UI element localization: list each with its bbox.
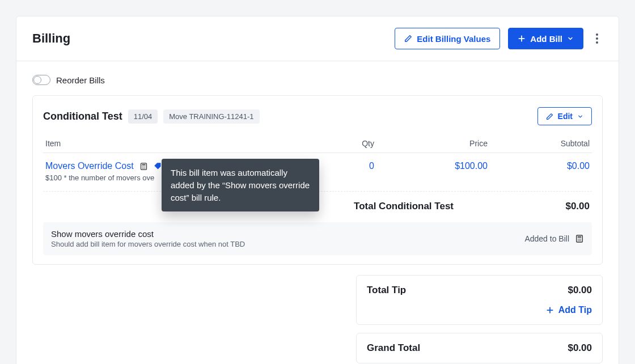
overflow-menu-button[interactable]: [591, 30, 603, 47]
col-qty: Qty: [323, 139, 374, 148]
svg-rect-11: [578, 236, 582, 238]
svg-point-5: [143, 166, 144, 167]
col-price: Price: [374, 139, 488, 148]
bill-date-chip: 11/04: [128, 109, 158, 124]
bill-table-header: Item Qty Price Subtotal: [43, 134, 592, 153]
add-tip-button[interactable]: Add Tip: [546, 305, 592, 315]
bill-rule-row: Show movers override cost Should add bil…: [43, 222, 592, 255]
bill-item-qty[interactable]: 0: [323, 161, 374, 171]
tip-label: Total Tip: [367, 285, 406, 296]
svg-point-7: [142, 167, 143, 168]
plus-icon: [518, 35, 526, 43]
bill-item-tooltip: This bill item was automatically added b…: [162, 159, 319, 211]
edit-billing-values-button[interactable]: Edit Billing Values: [395, 28, 500, 49]
bill-item-subtotal: $0.00: [488, 161, 590, 171]
reorder-bills-toggle[interactable]: [32, 75, 50, 85]
edit-bill-label: Edit: [558, 112, 573, 121]
svg-point-14: [581, 239, 582, 240]
pencil-icon: [404, 35, 412, 43]
reorder-bills-label: Reorder Bills: [56, 75, 105, 85]
svg-rect-3: [142, 164, 145, 165]
add-tip-label: Add Tip: [558, 305, 592, 315]
header-actions: Edit Billing Values Add Bill: [395, 28, 603, 49]
svg-point-16: [579, 240, 580, 242]
svg-point-15: [578, 240, 579, 242]
svg-point-4: [142, 166, 143, 167]
chevron-down-icon: [567, 35, 574, 42]
grand-total-amount: $0.00: [568, 342, 592, 354]
tip-amount: $0.00: [568, 285, 592, 296]
calculator-icon: [139, 162, 148, 171]
calculator-icon: [575, 234, 584, 243]
svg-point-8: [143, 167, 144, 168]
page-title: Billing: [32, 31, 70, 46]
svg-point-6: [145, 166, 146, 167]
svg-point-9: [145, 167, 146, 168]
chevron-down-icon: [577, 113, 583, 120]
bill-move-chip[interactable]: Move TRAINING-11241-1: [163, 109, 259, 124]
table-row: Movers Override Cost $100 * the number o…: [43, 153, 592, 192]
tag-icon: [154, 162, 162, 171]
col-subtotal: Subtotal: [488, 139, 590, 148]
pencil-icon: [546, 113, 553, 120]
svg-point-13: [579, 239, 580, 240]
bill-rule-status: Added to Bill: [524, 234, 569, 243]
edit-billing-values-label: Edit Billing Values: [417, 34, 490, 44]
svg-point-12: [578, 239, 579, 240]
add-bill-button[interactable]: Add Bill: [508, 28, 583, 49]
svg-point-17: [581, 240, 582, 242]
bill-total-amount: $0.00: [488, 201, 590, 212]
bill-rule-description: Should add bill item for movers override…: [51, 240, 245, 248]
bill-card: Conditional Test 11/04 Move TRAINING-112…: [32, 95, 603, 265]
add-bill-label: Add Bill: [530, 34, 562, 44]
billing-header: Billing Edit Billing Values Add Bill: [16, 16, 619, 61]
bill-item-price[interactable]: $100.00: [374, 161, 488, 171]
bill-item-name[interactable]: Movers Override Cost: [45, 161, 134, 171]
grand-total-label: Grand Total: [367, 342, 420, 354]
plus-icon: [546, 306, 554, 314]
bill-title: Conditional Test: [43, 111, 122, 122]
grand-total-card: Grand Total $0.00: [356, 333, 603, 363]
bill-rule-name: Show movers override cost: [51, 229, 245, 239]
tip-card: Total Tip $0.00 Add Tip: [356, 275, 603, 325]
edit-bill-button[interactable]: Edit: [537, 107, 592, 125]
col-item: Item: [45, 139, 323, 148]
